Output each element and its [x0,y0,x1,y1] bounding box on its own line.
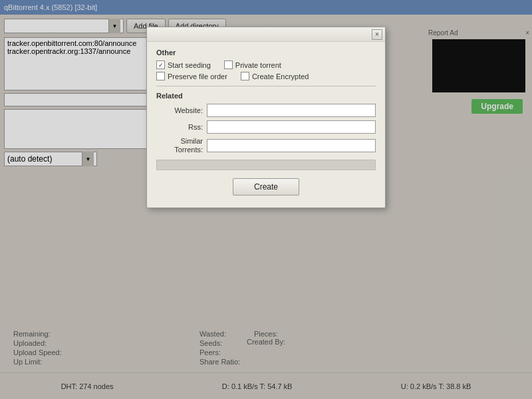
progress-bar [156,160,376,170]
private-torrent-box[interactable] [224,61,233,69]
start-seeding-label: Start seeding [168,61,211,69]
preserve-order-label: Preserve file order [168,72,227,80]
rss-field-row: Rss: [156,120,376,134]
start-seeding-checkbox[interactable]: ✓ Start seeding [156,61,211,69]
rss-label: Rss: [156,123,203,131]
similar-torrents-label: SimilarTorrents: [156,137,203,154]
create-encrypted-checkbox[interactable]: Create Encrypted [241,72,309,80]
private-torrent-checkbox[interactable]: Private torrent [224,61,281,69]
similar-torrents-input[interactable] [207,139,376,152]
private-torrent-label: Private torrent [235,61,281,69]
rss-input[interactable] [207,120,376,134]
create-encrypted-box[interactable] [241,72,249,80]
separator-1 [156,86,376,86]
create-button[interactable]: Create [233,178,299,196]
checkboxes-row-2: Preserve file order Create Encrypted [156,72,376,80]
modal-close-button[interactable]: × [372,29,382,40]
preserve-order-box[interactable] [156,72,165,80]
website-field-row: Website: [156,104,376,117]
other-section-label: Other [156,49,376,57]
related-section: Related Website: Rss: SimilarTorrents: [156,92,376,154]
modal-title-bar: × [147,27,385,42]
modal-overlay: × Other ✓ Start seeding Private torrent [0,0,532,399]
preserve-order-checkbox[interactable]: Preserve file order [156,72,227,80]
create-torrent-modal: × Other ✓ Start seeding Private torrent [146,27,386,208]
create-encrypted-label: Create Encrypted [252,72,309,80]
start-seeding-box[interactable]: ✓ [156,61,165,69]
create-btn-row: Create [156,178,376,196]
website-input[interactable] [207,104,376,117]
website-label: Website: [156,106,203,114]
related-section-label: Related [156,92,376,100]
checkboxes-row-1: ✓ Start seeding Private torrent [156,61,376,69]
modal-body: Other ✓ Start seeding Private torrent Pr… [147,42,385,207]
similar-torrents-field-row: SimilarTorrents: [156,137,376,154]
